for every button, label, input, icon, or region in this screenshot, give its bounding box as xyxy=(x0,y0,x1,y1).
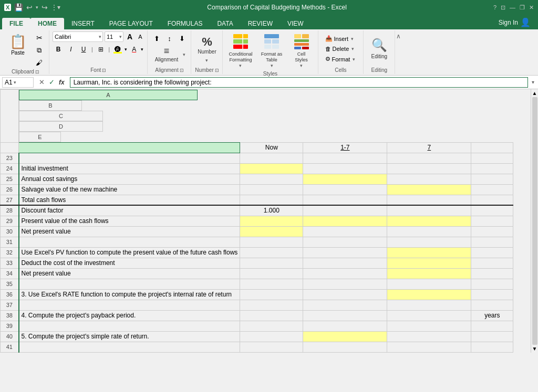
cell-a-25[interactable]: Annual cost savings xyxy=(19,174,240,184)
cell-d-25[interactable] xyxy=(387,174,471,184)
cell-e-25[interactable] xyxy=(471,174,513,184)
save-icon[interactable]: 💾 xyxy=(14,3,23,12)
cell-a-41[interactable] xyxy=(19,342,240,352)
delete-dropdown[interactable]: ▾ xyxy=(350,46,355,51)
cell-a-30[interactable]: Net present value xyxy=(19,226,240,237)
cell-c-41[interactable] xyxy=(303,342,387,352)
cell-c-37[interactable] xyxy=(303,300,387,310)
cell-a-39[interactable] xyxy=(19,321,240,331)
underline-button[interactable]: U xyxy=(78,45,89,54)
cell-c-29[interactable] xyxy=(303,216,387,226)
cell-e-32[interactable] xyxy=(471,247,513,258)
cell-a-37[interactable] xyxy=(19,300,240,310)
cell-d-34[interactable] xyxy=(387,268,471,279)
cell-b-23[interactable] xyxy=(240,153,303,163)
cell-d-38[interactable] xyxy=(387,310,471,321)
font-shrink-button[interactable]: A xyxy=(136,33,144,41)
cell-b-34[interactable] xyxy=(240,268,303,279)
insert-dropdown[interactable]: ▾ xyxy=(350,36,355,41)
bold-button[interactable]: B xyxy=(53,45,64,54)
row-num-cell[interactable]: 36 xyxy=(1,289,19,300)
cell-d-24[interactable] xyxy=(387,163,471,174)
row-num-cell[interactable]: 31 xyxy=(1,237,19,247)
cell-e-30[interactable] xyxy=(471,226,513,237)
cell-a-29[interactable]: Present value of the cash flows xyxy=(19,216,240,226)
cell-b-27[interactable] xyxy=(240,195,303,205)
alignment-dropdown[interactable]: ▾ xyxy=(182,52,187,57)
cell-d-41[interactable] xyxy=(387,342,471,352)
cancel-formula-icon[interactable]: ✕ xyxy=(38,77,46,87)
confirm-formula-icon[interactable]: ✓ xyxy=(48,77,56,87)
font-size-dropdown[interactable]: ▾ xyxy=(118,34,123,39)
col-header-c[interactable]: C xyxy=(19,111,103,121)
row-num-cell[interactable]: 35 xyxy=(1,279,19,289)
undo-dropdown[interactable]: ▾ xyxy=(36,5,38,10)
cell-c-23[interactable] xyxy=(303,153,387,163)
cell-d-31[interactable] xyxy=(387,237,471,247)
cell-a-27[interactable]: Total cash flows xyxy=(19,195,240,205)
row-num-cell[interactable]: 23 xyxy=(1,153,19,163)
tab-file[interactable]: FILE xyxy=(2,18,30,29)
cell-c-36[interactable] xyxy=(303,289,387,300)
cell-a-33[interactable]: Deduct the cost of the investment xyxy=(19,258,240,268)
format-painter-button[interactable]: 🖌 xyxy=(33,58,45,68)
cell-e-31[interactable] xyxy=(471,237,513,247)
cell-d-35[interactable] xyxy=(387,279,471,289)
cell-d-27[interactable] xyxy=(387,195,471,205)
scroll-up-arrow[interactable]: ▲ xyxy=(532,90,537,96)
cell-c-26[interactable] xyxy=(303,184,387,195)
cell-e-40[interactable] xyxy=(471,331,513,342)
cell-b-36[interactable] xyxy=(240,289,303,300)
cell-a-23[interactable] xyxy=(19,153,240,163)
cell-e-24[interactable] xyxy=(471,163,513,174)
cell-e-23[interactable] xyxy=(471,153,513,163)
font-size-input[interactable] xyxy=(105,34,118,40)
cell-c-31[interactable] xyxy=(303,237,387,247)
row-num-cell[interactable]: 26 xyxy=(1,184,19,195)
grid-scroll[interactable]: A B C D E Now 1-7 7 23 24 Initial invest… xyxy=(0,89,531,353)
cell-e-35[interactable] xyxy=(471,279,513,289)
row-num-cell[interactable]: 33 xyxy=(1,258,19,268)
cell-e-38[interactable]: years xyxy=(471,310,513,321)
tab-home[interactable]: HOME xyxy=(30,18,64,29)
row-num-cell[interactable]: 24 xyxy=(1,163,19,174)
tab-review[interactable]: REVIEW xyxy=(241,18,280,29)
sign-in-button[interactable]: Sign In 👤 xyxy=(491,15,538,29)
align-top-button[interactable]: ⬆ xyxy=(151,34,162,44)
align-bottom-button[interactable]: ⬇ xyxy=(176,34,188,44)
conditional-formatting-button[interactable]: ConditionalFormatting ▾ xyxy=(226,31,255,70)
font-name-selector[interactable]: ▾ xyxy=(53,31,103,42)
cell-e-37[interactable] xyxy=(471,300,513,310)
cell-c-33[interactable] xyxy=(303,258,387,268)
cell-b-25[interactable] xyxy=(240,174,303,184)
cell-d-32[interactable] xyxy=(387,247,471,258)
cell-d-29[interactable] xyxy=(387,216,471,226)
insert-cells-button[interactable]: 📥 Insert ▾ xyxy=(322,34,360,43)
help-icon[interactable]: ? xyxy=(493,4,496,10)
cell-a-34[interactable]: Net present value xyxy=(19,268,240,279)
cond-fmt-dropdown[interactable]: ▾ xyxy=(238,63,243,68)
font-color-button[interactable]: A xyxy=(128,45,140,54)
cell-c-40[interactable] xyxy=(303,331,387,342)
tab-view[interactable]: VIEW xyxy=(280,18,311,29)
cell-e-33[interactable] xyxy=(471,258,513,268)
cell-d-33[interactable] xyxy=(387,258,471,268)
cell-b-35[interactable] xyxy=(240,279,303,289)
number-dropdown[interactable]: ▾ xyxy=(204,58,209,63)
cell-a-31[interactable] xyxy=(19,237,240,247)
row-num-cell[interactable]: 41 xyxy=(1,342,19,352)
cell-b-39[interactable] xyxy=(240,321,303,331)
font-color-dropdown[interactable]: ▾ xyxy=(141,47,143,52)
cell-ref-dropdown[interactable]: ▾ xyxy=(13,80,17,85)
maximize-icon[interactable]: ❐ xyxy=(520,4,525,11)
cell-a-40[interactable]: 5. Compute the project's simple rate of … xyxy=(19,331,240,342)
cell-styles-button[interactable]: CellStyles ▾ xyxy=(288,31,315,70)
format-table-dropdown[interactable]: ▾ xyxy=(270,63,274,68)
align-middle-button[interactable]: ↕ xyxy=(163,34,175,44)
cell-a-26[interactable]: Salvage value of the new machine xyxy=(19,184,240,195)
cell-c-30[interactable] xyxy=(303,226,387,237)
col-header-b[interactable]: B xyxy=(19,100,82,111)
row-num-cell[interactable]: 40 xyxy=(1,331,19,342)
cell-c-39[interactable] xyxy=(303,321,387,331)
cell-b-31[interactable] xyxy=(240,237,303,247)
